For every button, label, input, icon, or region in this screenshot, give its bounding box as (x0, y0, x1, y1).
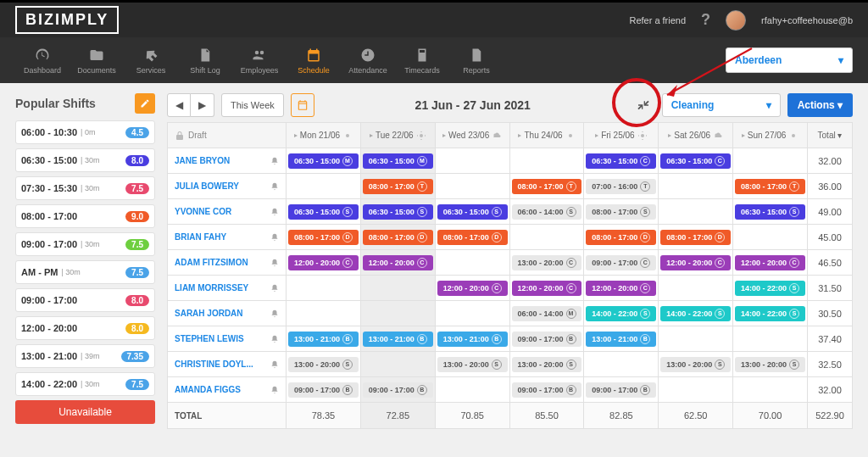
day-header[interactable]: ▸Sat 26/06 (659, 123, 733, 148)
popular-shift[interactable]: 09:00 - 17:00| 30m7.5 (15, 232, 155, 256)
day-cell[interactable]: 06:30 - 15:00S (436, 199, 510, 224)
shift-pill[interactable]: 09:00 - 17:00B (512, 382, 582, 398)
shift-pill[interactable]: 14:00 - 22:00S (586, 306, 656, 321)
employee-name[interactable]: CHRISTINE DOYL... (168, 352, 287, 376)
day-cell[interactable] (510, 225, 585, 249)
shift-pill[interactable]: 13:00 - 21:00B (363, 332, 433, 347)
nav-attendance[interactable]: Attendance (341, 37, 395, 83)
shift-pill[interactable]: 12:00 - 20:00C (288, 255, 359, 270)
day-cell[interactable]: 06:00 - 14:00M (510, 301, 585, 326)
day-cell[interactable] (361, 352, 436, 376)
day-cell[interactable]: 09:00 - 17:00B (510, 377, 585, 402)
shift-pill[interactable]: 08:00 - 17:00D (288, 230, 359, 245)
avatar[interactable] (726, 10, 746, 31)
day-cell[interactable] (659, 174, 733, 198)
day-cell[interactable]: 06:30 - 15:00S (361, 199, 436, 224)
shift-pill[interactable]: 13:00 - 20:00S (735, 357, 805, 372)
day-cell[interactable]: 09:00 - 17:00B (361, 377, 436, 402)
day-cell[interactable]: 12:00 - 20:00C (287, 250, 361, 275)
day-cell[interactable] (733, 326, 808, 351)
shift-pill[interactable]: 09:00 - 17:00C (586, 255, 656, 270)
popular-shift[interactable]: 06:30 - 15:00| 30m8.0 (15, 148, 155, 172)
edit-popular-button[interactable] (135, 93, 155, 114)
day-cell[interactable]: 12:00 - 20:00C (361, 250, 436, 275)
bell-icon[interactable] (270, 335, 279, 343)
this-week-button[interactable]: This Week (221, 93, 284, 117)
day-cell[interactable] (361, 301, 436, 326)
day-cell[interactable] (436, 301, 510, 326)
day-cell[interactable] (510, 148, 585, 173)
day-cell[interactable]: 14:00 - 22:00S (733, 276, 808, 300)
shift-pill[interactable]: 13:00 - 20:00C (512, 255, 582, 270)
shift-pill[interactable]: 06:30 - 15:00S (735, 204, 805, 220)
day-cell[interactable]: 13:00 - 20:00S (733, 352, 808, 376)
day-cell[interactable]: 13:00 - 21:00B (584, 326, 659, 351)
day-cell[interactable] (436, 148, 510, 173)
shift-pill[interactable]: 13:00 - 20:00S (437, 357, 508, 372)
day-cell[interactable]: 07:00 - 16:00T (584, 174, 659, 198)
username[interactable]: rfahy+coffeehouse@b (761, 15, 853, 25)
day-cell[interactable]: 08:00 - 17:00D (287, 225, 361, 249)
day-cell[interactable]: 12:00 - 20:00C (510, 276, 585, 300)
day-cell[interactable]: 14:00 - 22:00S (584, 301, 659, 326)
day-cell[interactable] (659, 199, 733, 224)
employee-name[interactable]: AMANDA FIGGS (168, 377, 287, 402)
shift-pill[interactable]: 13:00 - 20:00S (288, 357, 359, 372)
day-cell[interactable]: 08:00 - 17:00D (659, 225, 733, 249)
day-cell[interactable] (287, 276, 361, 300)
day-cell[interactable]: 14:00 - 22:00S (733, 301, 808, 326)
shift-pill[interactable]: 08:00 - 17:00S (586, 204, 656, 220)
prev-week-button[interactable]: ◀ (167, 93, 191, 117)
day-cell[interactable]: 13:00 - 20:00S (287, 352, 361, 376)
shift-pill[interactable]: 12:00 - 20:00C (363, 255, 433, 270)
collapse-button[interactable] (632, 93, 655, 117)
day-header[interactable]: ▸Fri 25/06 (584, 123, 659, 148)
popular-shift[interactable]: 07:30 - 15:30| 30m7.5 (15, 176, 155, 200)
day-cell[interactable]: 12:00 - 20:00C (733, 250, 808, 275)
shift-pill[interactable]: 06:30 - 15:00M (288, 153, 359, 169)
day-header[interactable]: ▸Mon 21/06 (287, 123, 361, 148)
day-cell[interactable]: 13:00 - 20:00S (436, 352, 510, 376)
nav-timecards[interactable]: Timecards (395, 37, 449, 83)
nav-services[interactable]: Services (124, 37, 178, 83)
day-cell[interactable]: 08:00 - 17:00T (510, 174, 585, 198)
shift-pill[interactable]: 08:00 - 17:00D (363, 230, 433, 245)
day-cell[interactable]: 09:00 - 17:00B (584, 377, 659, 402)
day-cell[interactable]: 06:30 - 15:00M (361, 148, 436, 173)
popular-shift[interactable]: AM - PM| 30m7.5 (15, 260, 155, 284)
help-icon[interactable]: ? (701, 11, 710, 29)
day-header[interactable]: ▸Sun 27/06 (733, 123, 808, 148)
day-cell[interactable]: 08:00 - 17:00D (584, 225, 659, 249)
day-cell[interactable]: 09:00 - 17:00B (510, 326, 585, 351)
nav-shift log[interactable]: Shift Log (178, 37, 232, 83)
day-cell[interactable] (733, 225, 808, 249)
day-cell[interactable] (733, 377, 808, 402)
shift-pill[interactable]: 12:00 - 20:00C (660, 255, 731, 270)
shift-pill[interactable]: 09:00 - 17:00B (586, 382, 656, 398)
shift-pill[interactable]: 14:00 - 22:00S (735, 306, 805, 321)
shift-pill[interactable]: 06:30 - 15:00S (437, 204, 508, 220)
day-cell[interactable]: 13:00 - 21:00B (361, 326, 436, 351)
shift-pill[interactable]: 09:00 - 17:00B (512, 332, 582, 347)
employee-name[interactable]: ADAM FITZSIMON (168, 250, 287, 275)
day-cell[interactable]: 08:00 - 17:00D (436, 225, 510, 249)
popular-shift[interactable]: 08:00 - 17:009.0 (15, 204, 155, 228)
shift-pill[interactable]: 12:00 - 20:00C (735, 255, 805, 270)
department-select[interactable]: Cleaning ▾ (662, 93, 781, 117)
day-cell[interactable] (436, 250, 510, 275)
bell-icon[interactable] (270, 284, 279, 293)
employee-name[interactable]: STEPHEN LEWIS (168, 326, 287, 351)
day-cell[interactable] (659, 326, 733, 351)
day-cell[interactable]: 12:00 - 20:00C (584, 276, 659, 300)
popular-shift[interactable]: 09:00 - 17:008.0 (15, 288, 155, 312)
day-cell[interactable] (659, 276, 733, 300)
shift-pill[interactable]: 14:00 - 22:00S (735, 281, 805, 296)
day-cell[interactable]: 13:00 - 21:00B (287, 326, 361, 351)
employee-name[interactable]: JANE BRYON (168, 148, 287, 173)
shift-pill[interactable]: 06:30 - 15:00S (363, 204, 433, 220)
calendar-button[interactable] (291, 93, 314, 117)
day-cell[interactable] (287, 174, 361, 198)
actions-button[interactable]: Actions ▾ (787, 93, 853, 117)
day-cell[interactable]: 12:00 - 20:00C (659, 250, 733, 275)
shift-pill[interactable]: 13:00 - 20:00S (660, 357, 731, 372)
